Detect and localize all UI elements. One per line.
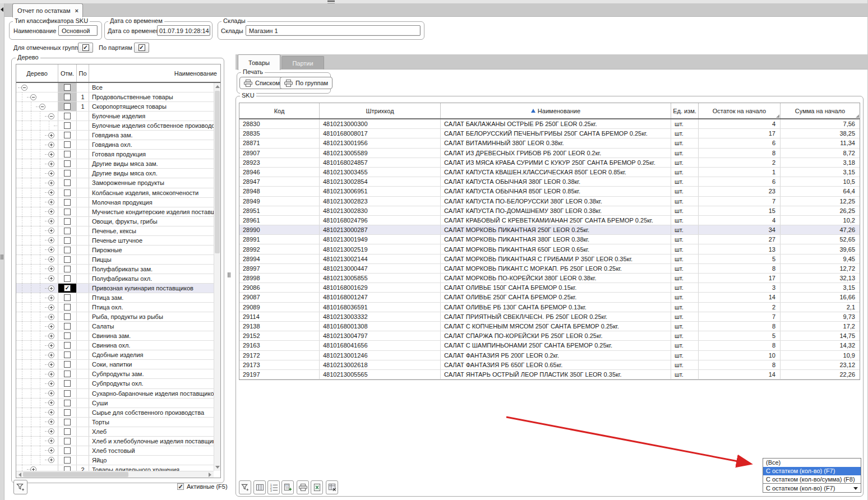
- sku-row[interactable]: 288304810213000300САЛАТ БАКЛАЖАНЫ ОСТРЫЕ…: [239, 119, 860, 129]
- expand-icon[interactable]: [48, 161, 54, 167]
- tree-row[interactable]: Салаты: [16, 322, 214, 331]
- tree-row[interactable]: Сухарно-бараночные изделия поставщиков: [16, 389, 214, 399]
- collapse-icon[interactable]: [30, 94, 36, 100]
- scroll-down-icon[interactable]: [215, 466, 220, 469]
- expand-icon[interactable]: [48, 189, 54, 196]
- sku-row[interactable]: 290864810168001629САЛАТ ОЛИВЬЕ 150Г САНТ…: [239, 283, 860, 293]
- tree-row[interactable]: Хлеб тостовый: [16, 446, 214, 456]
- tree-row-checkbox[interactable]: [64, 400, 71, 406]
- tree-row[interactable]: Все: [16, 83, 214, 92]
- expand-icon[interactable]: [48, 218, 54, 224]
- expand-icon[interactable]: [48, 371, 54, 377]
- tree-row[interactable]: Колбасные изделия, мясокопчености: [16, 188, 214, 198]
- tree-row[interactable]: Булочные изделия собственное производств…: [16, 121, 214, 131]
- tree-col-marked[interactable]: Отм.: [58, 64, 77, 82]
- expand-icon[interactable]: [48, 447, 54, 453]
- filter-option[interactable]: С остатком (кол-во) (F7): [763, 467, 861, 475]
- collapse-icon[interactable]: [21, 85, 27, 91]
- tree-row[interactable]: Рыба, продукты из рыбы: [16, 312, 214, 322]
- sku-row[interactable]: 289904810213000287САЛАТ МОРКОВЬ ПИКАНТНА…: [239, 225, 860, 235]
- datetime-input[interactable]: 01.07.19 10:28:14: [157, 25, 210, 36]
- tree-row[interactable]: Субпродукты охл.: [16, 379, 214, 388]
- expand-icon[interactable]: [48, 362, 54, 368]
- tab-stock-report[interactable]: Отчет по остаткам ×: [12, 3, 83, 17]
- expand-icon[interactable]: [48, 142, 54, 148]
- tree-row[interactable]: Булочные изделия: [16, 112, 214, 121]
- sku-row[interactable]: 291974810213005565САЛАТ ЯНТАРЬ ОСТРЫЙ ЛЕ…: [239, 370, 860, 379]
- tree-row[interactable]: Полуфабрикаты зам.: [16, 265, 214, 274]
- columns-button[interactable]: [253, 480, 266, 494]
- tree-row-checkbox[interactable]: [64, 390, 71, 397]
- tree-row-checkbox[interactable]: [64, 275, 71, 282]
- tree-row[interactable]: Готовая продукция: [16, 150, 214, 159]
- tree-row[interactable]: Соки, напитки: [16, 360, 214, 369]
- expand-icon[interactable]: [48, 409, 54, 415]
- tree-row[interactable]: Субпродукты зам.: [16, 369, 214, 379]
- scroll-thumb[interactable]: [215, 91, 220, 253]
- expand-icon[interactable]: [48, 333, 54, 339]
- table-clear-button[interactable]: [326, 480, 338, 494]
- collapse-icon[interactable]: [48, 113, 54, 119]
- tree-row[interactable]: Полуфабрикаты охл.: [16, 274, 214, 284]
- tree-row-checkbox[interactable]: [64, 132, 71, 138]
- tree-col-tree[interactable]: Дерево: [16, 64, 58, 82]
- tree-row[interactable]: Пирожные: [16, 246, 214, 255]
- sku-row[interactable]: 291384810168001308САЛАТ С КОПЧЕНЫМ МЯСОМ…: [239, 322, 860, 331]
- sku-filter-button[interactable]: [239, 480, 251, 494]
- sku-row[interactable]: 289474810213002854САЛАТ КАПУСТА ОБЫЧНАЯ …: [239, 177, 860, 187]
- tree-row[interactable]: Хлеб и хлебобулочные изделия поставщиков: [16, 437, 214, 446]
- sku-row[interactable]: 290874810168001247САЛАТ ОЛИВЬЕ 250Г САНТ…: [239, 293, 860, 302]
- tree-row[interactable]: 2Товары длительного хранения: [16, 465, 214, 471]
- scroll-thumb[interactable]: [23, 472, 128, 477]
- print-list-button[interactable]: Списком: [239, 77, 284, 89]
- tree-row[interactable]: Яйцо: [16, 456, 214, 465]
- tree-row[interactable]: Говядина охл.: [16, 140, 214, 150]
- tree-row-checkbox[interactable]: [64, 428, 71, 435]
- sku-row[interactable]: 291734810213002618САЛАТ ФАНТАЗИЯ РБ 650Г…: [239, 360, 860, 370]
- tree-row-checkbox[interactable]: [64, 409, 71, 416]
- sku-row[interactable]: 289974810213000447САЛАТ МОРКОВЬ ПИКАНТ.С…: [239, 264, 860, 274]
- expand-icon[interactable]: [48, 266, 54, 272]
- tree-row-checkbox[interactable]: [64, 380, 71, 387]
- sku-row[interactable]: 289514810213002830САЛАТ КАПУСТА ПО-ДОМАШ…: [239, 206, 860, 216]
- expand-icon[interactable]: [48, 228, 54, 234]
- collapse-arrow-icon[interactable]: [1, 7, 3, 12]
- expand-icon[interactable]: [48, 419, 54, 425]
- expand-icon[interactable]: [48, 390, 54, 396]
- tree-row[interactable]: Пиццы: [16, 255, 214, 265]
- tree-row[interactable]: 1Продовольственные товары: [16, 92, 214, 102]
- tree-horizontal-scrollbar[interactable]: [16, 471, 214, 478]
- tree-row-checkbox[interactable]: [64, 304, 71, 311]
- expand-icon[interactable]: [48, 438, 54, 444]
- expand-icon[interactable]: [48, 237, 54, 243]
- tree-row-checkbox[interactable]: [64, 266, 71, 272]
- sku-row[interactable]: 291144810213003332САЛАТ ПРИЯТНЫЙ СВЕКЛ/Ч…: [239, 312, 860, 322]
- tree-row-checkbox[interactable]: [64, 151, 71, 158]
- excel-export-button[interactable]: [311, 480, 323, 494]
- tree-row-checkbox[interactable]: [64, 361, 71, 368]
- tree-row-checkbox[interactable]: [64, 170, 71, 177]
- expand-icon[interactable]: [48, 256, 54, 262]
- panel-splitter-grip-icon[interactable]: [228, 272, 230, 277]
- tree-row-checkbox[interactable]: [64, 342, 71, 349]
- col-sum-start[interactable]: Сумма на начало: [781, 103, 860, 118]
- expand-icon[interactable]: [48, 342, 54, 349]
- tree-row[interactable]: Мучнистые кондитерские изделия поставщик: [16, 207, 214, 217]
- sku-row[interactable]: 289924810213002519САЛАТ МОРКОВЬ ПИКАНТНА…: [239, 244, 860, 254]
- expand-icon[interactable]: [48, 400, 54, 406]
- active-f5-checkbox[interactable]: ✓ Активные (F5): [177, 483, 228, 490]
- expand-icon[interactable]: [30, 466, 36, 471]
- tree-row-checkbox[interactable]: [64, 419, 71, 425]
- tree-row[interactable]: Торты: [16, 418, 214, 427]
- tree-row[interactable]: Печенье, кексы: [16, 226, 214, 236]
- tree-row-checkbox[interactable]: [64, 189, 71, 196]
- tree-row[interactable]: Сырье для собственного производства: [16, 408, 214, 418]
- tree-col-name[interactable]: Наименование: [89, 64, 220, 82]
- tree-row-checkbox[interactable]: [64, 332, 71, 339]
- tree-row-checkbox[interactable]: [64, 256, 71, 263]
- sku-row[interactable]: 289614810168024796САЛАТ КРАБОВЫЙ С КРЕВЕ…: [239, 216, 860, 225]
- remainder-filter-combobox[interactable]: С остатком (кол-во) (F7): [763, 483, 861, 493]
- tree-row[interactable]: Замороженные продукты: [16, 178, 214, 188]
- tree-row[interactable]: Печенье штучное: [16, 236, 214, 246]
- sku-row[interactable]: 291724810213001246САЛАТ ФАНТАЗИЯ РБ 200Г…: [239, 351, 860, 360]
